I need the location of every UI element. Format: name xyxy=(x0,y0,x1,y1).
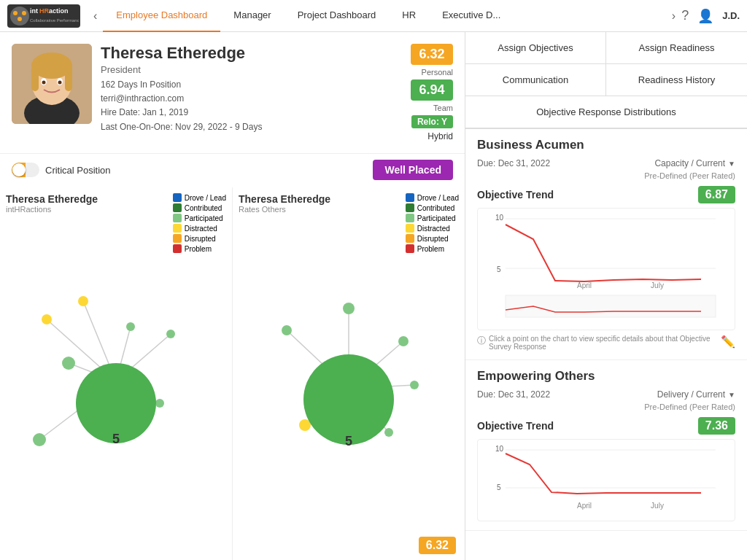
svg-text:5: 5 xyxy=(497,265,501,273)
nav-right: ? 👤 J.D. xyxy=(681,8,740,24)
svg-text:10: 10 xyxy=(495,445,504,453)
legend-problem: Problem xyxy=(173,244,226,253)
delivery-dropdown-icon: ▼ xyxy=(728,391,735,399)
team-score-box: 6.94 xyxy=(411,79,453,101)
empowering-others-due: Due: Dec 31, 2022 xyxy=(477,389,550,400)
legend2-drove: Drove / Lead xyxy=(406,193,459,202)
svg-text:5: 5 xyxy=(497,483,501,491)
empowering-others-type[interactable]: Delivery / Current ▼ xyxy=(657,389,735,400)
legend-drove-color xyxy=(173,193,182,202)
nav-tab-hr[interactable]: HR xyxy=(389,0,429,32)
relo-badge: Relo: Y xyxy=(411,115,453,128)
svg-rect-13 xyxy=(65,66,72,91)
business-acumen-due: Due: Dec 31, 2022 xyxy=(477,158,550,168)
legend2-drove-color xyxy=(406,193,414,202)
delivery-type-label: Delivery / Current xyxy=(657,389,725,400)
empowering-others-chart[interactable]: 10 5 April July xyxy=(477,439,735,521)
profile-email: terri@inthraction.com xyxy=(101,92,395,106)
help-icon[interactable]: ? xyxy=(681,8,689,23)
empowering-others-trend-label: Objective Trend xyxy=(477,420,554,432)
legend-distracted: Distracted xyxy=(173,224,226,233)
assign-readiness-button[interactable]: Assign Readiness xyxy=(606,32,747,64)
days-in-position: 162 Days In Position xyxy=(101,78,395,92)
svg-text:July: July xyxy=(651,502,664,510)
business-acumen-chart[interactable]: 10 5 April July xyxy=(477,208,735,330)
profile-header: Theresa Etheredge President 162 Days In … xyxy=(0,32,465,154)
svg-text:Collaborative Performance: Collaborative Performance xyxy=(30,18,79,23)
nav-tab-project-dashboard[interactable]: Project Dashboard xyxy=(285,0,390,32)
legend2-distracted: Distracted xyxy=(406,224,459,233)
svg-point-31 xyxy=(33,433,46,446)
business-acumen-section: Business Acumen Due: Dec 31, 2022 Capaci… xyxy=(465,129,747,360)
nav-next-button[interactable]: › xyxy=(666,7,681,26)
empowering-others-meta: Due: Dec 31, 2022 Delivery / Current ▼ xyxy=(477,389,735,400)
legend-problem-label: Problem xyxy=(185,245,212,253)
legend-drove-label: Drove / Lead xyxy=(185,194,226,202)
business-acumen-trend-label: Objective Trend xyxy=(477,189,554,201)
legend2-contributed-label: Contributed xyxy=(417,204,455,212)
svg-point-29 xyxy=(166,330,175,338)
svg-text:HR: HR xyxy=(39,7,49,15)
readiness-history-button[interactable]: Readiness History xyxy=(606,64,747,96)
empowering-others-trend-score: 7.36 xyxy=(698,417,735,435)
svg-point-43 xyxy=(410,381,419,389)
user-initials[interactable]: J.D. xyxy=(722,10,740,21)
business-acumen-trend-header: Objective Trend 6.87 xyxy=(477,186,735,203)
legend2-disrupted-color xyxy=(406,234,414,243)
top-nav: int HR action Collaborative Performance … xyxy=(0,0,747,32)
toggle-knob xyxy=(12,163,26,176)
edit-icon[interactable]: ✏️ xyxy=(721,335,735,349)
legend2-participated: Participated xyxy=(406,214,459,222)
business-acumen-svg: 10 5 April July xyxy=(481,211,732,324)
nav-prev-button[interactable]: ‹ xyxy=(88,7,103,26)
chart2-legend: Drove / Lead Contributed Participated Di… xyxy=(406,193,459,254)
nav-tab-executive[interactable]: Executive D... xyxy=(429,0,514,32)
business-acumen-type[interactable]: Capacity / Current ▼ xyxy=(654,158,735,168)
team-score-label: Team xyxy=(433,104,453,112)
business-acumen-rated: Pre-Defined (Peer Rated) xyxy=(477,171,735,180)
empowering-others-svg: 10 5 April July xyxy=(481,443,732,516)
bottom-score: 6.32 xyxy=(419,537,456,554)
well-placed-button[interactable]: Well Placed xyxy=(373,160,453,180)
profile-info: Theresa Etheredge President 162 Days In … xyxy=(101,44,395,141)
business-acumen-meta: Due: Dec 31, 2022 Capacity / Current ▼ xyxy=(477,158,735,168)
svg-point-27 xyxy=(62,357,75,370)
critical-toggle-switch[interactable] xyxy=(12,163,39,177)
chart1-legend: Drove / Lead Contributed Participated Di… xyxy=(173,193,226,254)
business-acumen-chart-note: ⓘ Click a point on the chart to view spe… xyxy=(477,330,735,351)
legend-participated-label: Participated xyxy=(185,214,223,222)
personal-score-box: 6.32 xyxy=(411,44,453,65)
svg-point-16 xyxy=(42,81,46,85)
legend-disrupted: Disrupted xyxy=(173,234,226,243)
nav-tab-employee-dashboard[interactable]: Employee Dashboard xyxy=(103,0,220,32)
profile-meta: 162 Days In Position terri@inthraction.c… xyxy=(101,78,395,134)
charts-area: Theresa Etheredge intHRactions Drove / L… xyxy=(0,187,465,560)
legend2-participated-color xyxy=(406,214,414,222)
main-content: Theresa Etheredge President 162 Days In … xyxy=(0,32,747,560)
logo: int HR action Collaborative Performance xyxy=(7,4,80,28)
assign-objectives-button[interactable]: Assign Objectives xyxy=(465,32,606,64)
empowering-others-title: Empowering Others xyxy=(477,369,735,384)
svg-point-40 xyxy=(282,325,292,335)
svg-point-46 xyxy=(303,354,394,445)
svg-point-3 xyxy=(22,11,26,15)
critical-toggle: Critical Position xyxy=(12,163,111,177)
svg-text:April: April xyxy=(577,502,592,510)
objective-distributions-button[interactable]: Objective Response Distributions xyxy=(465,96,747,128)
nav-tab-manager[interactable]: Manager xyxy=(220,0,284,32)
last-one-on-one: Last One-On-One: Nov 29, 2022 - 9 Days xyxy=(101,120,395,134)
svg-point-26 xyxy=(78,296,88,306)
svg-point-2 xyxy=(18,17,22,21)
user-icon[interactable]: 👤 xyxy=(697,8,713,24)
svg-point-17 xyxy=(58,81,62,85)
legend2-problem: Problem xyxy=(406,244,459,253)
profile-scores: 6.32 Personal 6.94 Team Relo: Y Hybrid xyxy=(411,44,453,141)
communication-button[interactable]: Communication xyxy=(465,64,606,96)
chart-panel-1: Theresa Etheredge intHRactions Drove / L… xyxy=(0,187,233,560)
svg-point-42 xyxy=(398,336,409,346)
hire-date: Hire Date: Jan 1, 2019 xyxy=(101,106,395,120)
legend2-contributed-color xyxy=(406,203,414,212)
logo-image: int HR action Collaborative Performance xyxy=(7,4,80,28)
svg-rect-12 xyxy=(31,66,39,91)
legend2-disrupted-label: Disrupted xyxy=(417,235,449,243)
